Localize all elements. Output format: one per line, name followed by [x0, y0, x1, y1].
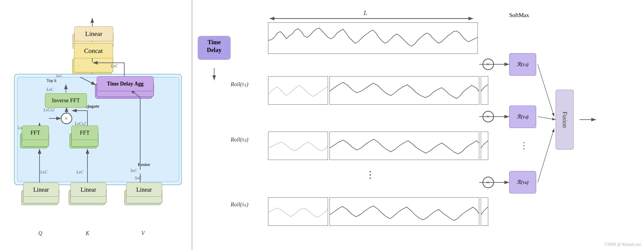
svg-text:Top k: Top k [46, 78, 57, 83]
r1-label: ℛ(τ₁) [517, 61, 529, 68]
r2-label: ℛ(τ₂) [517, 114, 529, 120]
svg-line-73 [538, 64, 554, 117]
time-delay-agg-box: Time Delay Agg [97, 76, 154, 91]
signal-rollk-main [329, 197, 479, 226]
signal-roll1-left [268, 76, 328, 105]
time-delay-label: TimeDelay [207, 39, 222, 53]
concat-box: Concat [74, 43, 113, 58]
svg-text:LxCx2: LxCx2 [75, 121, 86, 126]
svg-text:LxC: LxC [40, 170, 48, 174]
softmax-label: SoftMax [509, 12, 529, 19]
svg-line-46 [80, 77, 96, 85]
ifft-label: Inverse FFT [52, 97, 80, 104]
time-delay-box: TimeDelay [198, 36, 231, 60]
rk-box: ℛ(τₖ) [509, 171, 536, 193]
watermark: CSDN @ AllureLove [605, 242, 641, 247]
svg-line-74 [538, 117, 556, 120]
svg-text:LxC: LxC [76, 170, 84, 174]
linear-v-box: Linear [126, 182, 162, 197]
fusion-label: Fusion [561, 112, 568, 128]
svg-point-31 [61, 113, 72, 124]
svg-text:LxC: LxC [111, 64, 118, 68]
roll2-label: Roll(τ₂) [231, 136, 248, 143]
right-panel: L × × × [192, 0, 644, 250]
signal-plot-main [268, 22, 478, 54]
fft-q-label: FFT [31, 129, 40, 136]
linear-v-label: Linear [136, 186, 152, 193]
svg-text:×: × [64, 115, 68, 122]
v-label: V [141, 230, 145, 237]
main-container: LxC LxC SxC Resize SxC LxCx2 × LxCx2 Con… [0, 0, 644, 250]
svg-text:L: L [363, 9, 367, 16]
svg-line-75 [538, 129, 554, 182]
linear-k-box: Linear [70, 182, 106, 197]
svg-text:kxC: kxC [56, 74, 63, 78]
svg-text:×: × [486, 61, 489, 68]
svg-text:SxC: SxC [135, 176, 142, 180]
signal-rollk-right [481, 197, 488, 226]
dots-label: ⋮ [365, 169, 375, 180]
svg-point-65 [483, 177, 494, 188]
r2-box: ℛ(τ₂) [509, 106, 536, 128]
svg-rect-10 [74, 57, 113, 72]
svg-text:LxCx2: LxCx2 [43, 108, 55, 112]
signal-roll1-right [481, 76, 488, 105]
svg-point-61 [483, 59, 494, 70]
r1-box: ℛ(τ₁) [509, 53, 536, 76]
signal-roll1-main [329, 76, 479, 105]
k-label: K [86, 230, 89, 237]
tda-label: Time Delay Agg [107, 81, 144, 87]
svg-text:Resize: Resize [138, 162, 150, 167]
fft-k-label: FFT [80, 129, 90, 136]
fusion-box: Fusion [556, 90, 574, 150]
ifft-box: Inverse FFT [45, 93, 87, 108]
signal-rollk-left [268, 197, 328, 226]
r-dots: ⋮ [520, 141, 528, 150]
signal-roll2-main [329, 132, 479, 160]
linear-q-label: Linear [33, 186, 49, 193]
rollk-label: Roll(τₖ) [231, 201, 248, 208]
linear-k-label: Linear [81, 186, 96, 193]
svg-text:×: × [486, 179, 489, 186]
linear-top-box: Linear [74, 26, 113, 41]
svg-text:×: × [486, 113, 489, 120]
fft-q-box: FFT [22, 126, 49, 140]
svg-point-63 [483, 111, 494, 122]
linear-top-label: Linear [85, 30, 102, 38]
svg-text:SxC: SxC [130, 168, 137, 173]
q-label: Q [38, 230, 42, 237]
concat-label: Concat [84, 47, 103, 55]
signal-roll2-right [481, 132, 488, 160]
rk-label: ℛ(τₖ) [517, 179, 529, 185]
fft-k-box: FFT [71, 126, 98, 140]
roll1-label: Roll(τ₁) [231, 81, 248, 88]
svg-text:LxC: LxC [46, 87, 54, 92]
signal-roll2-left [268, 132, 328, 160]
svg-rect-9 [72, 59, 111, 74]
linear-q-box: Linear [23, 182, 59, 197]
left-panel: LxC LxC SxC Resize SxC LxCx2 × LxCx2 Con… [0, 0, 192, 250]
